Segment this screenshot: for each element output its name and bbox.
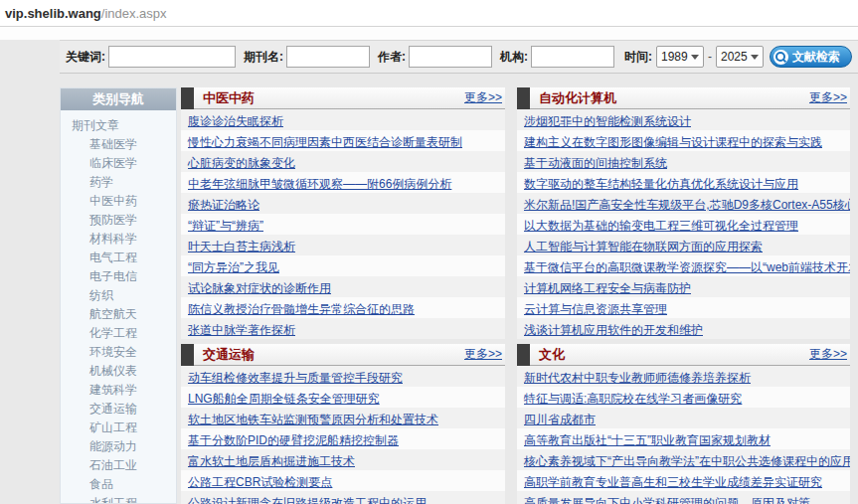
sidebar-item[interactable]: 建筑科学 (61, 381, 176, 400)
year-to-select[interactable]: 2025 (716, 46, 764, 68)
sidebar-item[interactable]: 临床医学 (61, 154, 176, 173)
sidebar-item[interactable]: 电子电信 (61, 267, 176, 286)
article-link[interactable]: 特征与调适:高职院校在线学习者画像研究 (524, 392, 742, 406)
article-link[interactable]: 建构主义在数字图形图像编辑与设计课程中的探索与实践 (524, 135, 822, 149)
sidebar-link[interactable]: 水利工程 (89, 496, 137, 504)
article-link[interactable]: 中老年弦细脉甲皱微循环观察——附66例病例分析 (188, 177, 451, 191)
article-link[interactable]: 数字驱动的整车结构轻量化仿真优化系统设计与应用 (524, 177, 798, 191)
article-link[interactable]: 腹诊诊治失眠探析 (188, 114, 283, 128)
article-list-item: 计算机网络工程安全与病毒防护 (517, 276, 850, 297)
article-link[interactable]: 叶天士白苔主病浅析 (188, 240, 295, 253)
search-field-input[interactable] (286, 46, 370, 68)
article-link[interactable]: 计算机网络工程安全与病毒防护 (524, 281, 691, 295)
article-list-item: 基于微信平台的高职微课教学资源探究——以“web前端技术开发”为例 (517, 255, 850, 276)
sidebar-link[interactable]: 临床医学 (89, 156, 137, 170)
article-link[interactable]: 基于微信平台的高职微课教学资源探究——以“web前端技术开发”为例 (524, 260, 850, 274)
sidebar-item[interactable]: 石油工业 (61, 456, 176, 475)
sidebar-link[interactable]: 中医中药 (89, 194, 137, 208)
article-link[interactable]: 云计算与信息资源共享管理 (524, 302, 667, 316)
sidebar-item[interactable]: 水利工程 (61, 494, 176, 504)
article-link[interactable]: 基于分数阶PID的硬臂挖泥船精挖控制器 (188, 433, 399, 447)
article-link[interactable]: 核心素养视域下“产出导向教学法”在中职公共选修课程中的应用研究— (524, 454, 850, 468)
article-link[interactable]: 基于动液面的间抽控制系统 (524, 156, 667, 170)
article-list-item: 浅谈计算机应用软件的开发和维护 (517, 318, 850, 339)
sidebar-item-journal-articles[interactable]: 期刊文章 (61, 116, 176, 135)
sidebar-link[interactable]: 预防医学 (89, 213, 137, 227)
article-list-item: “同方异治”之我见 (181, 255, 505, 276)
browser-url-bar[interactable]: vip.shelib.wang/index.aspx (0, 0, 858, 27)
article-list: 动车组检修效率提升与质量管控手段研究LNG船舶全周期全链条安全管理研究软土地区地… (181, 366, 505, 504)
article-link[interactable]: 高等教育出版社“十三五”职业教育国家规划教材 (524, 433, 771, 447)
sidebar-item[interactable]: 电气工程 (61, 249, 176, 267)
sidebar-item[interactable]: 能源动力 (61, 437, 176, 456)
sidebar-item[interactable]: 基础医学 (61, 135, 176, 154)
article-link[interactable]: 富水软土地层盾构掘进施工技术 (188, 454, 355, 468)
year-from-select[interactable]: 1989 (656, 46, 704, 68)
sidebar-link[interactable]: 机械仪表 (89, 364, 137, 378)
article-list-item: 陈信义教授治疗骨髓增生异常综合征的思路 (181, 297, 505, 318)
article-link[interactable]: 慢性心力衰竭不同病理因素中西医结合诊断量表研制 (188, 135, 462, 149)
sidebar-link[interactable]: 电气工程 (89, 251, 137, 264)
sidebar-item[interactable]: 材料科学 (61, 230, 176, 249)
article-link[interactable]: “同方异治”之我见 (188, 260, 279, 274)
sidebar-item[interactable]: 纺织 (61, 286, 176, 305)
more-link[interactable]: 更多>> (464, 346, 502, 363)
more-link[interactable]: 更多>> (809, 346, 847, 363)
sidebar-item[interactable]: 航空航天 (61, 305, 176, 324)
article-list-item: 叶天士白苔主病浅析 (181, 235, 505, 255)
article-link[interactable]: 软土地区地铁车站监测预警原因分析和处置技术 (188, 413, 438, 426)
article-link[interactable]: “辩证”与“辨病” (188, 219, 263, 233)
sidebar-link[interactable]: 电子电信 (89, 269, 137, 283)
article-link[interactable]: 以大数据为基础的输变电工程三维可视化全过程管理 (524, 219, 798, 233)
article-link[interactable]: 陈信义教授治疗骨髓增生异常综合征的思路 (188, 302, 415, 316)
article-link[interactable]: 试论脉象对症状的诊断作用 (188, 281, 331, 295)
article-link[interactable]: 米尔新品!国产高安全性车规级平台,芯驰D9多核Cortex-A55核心板 (524, 198, 850, 212)
article-link[interactable]: 瘀热证治略论 (188, 198, 259, 212)
sidebar-item[interactable]: 预防医学 (61, 211, 176, 230)
article-link[interactable]: 四川省成都市 (524, 413, 596, 426)
sidebar-link[interactable]: 化学工程 (89, 326, 137, 340)
sidebar-link[interactable]: 建筑科学 (89, 383, 137, 397)
article-link[interactable]: LNG船舶全周期全链条安全管理研究 (188, 392, 380, 406)
sidebar-link[interactable]: 药学 (89, 175, 113, 189)
more-link[interactable]: 更多>> (464, 89, 502, 106)
sidebar-link[interactable]: 期刊文章 (72, 118, 119, 132)
sidebar-item[interactable]: 化学工程 (61, 324, 176, 343)
sidebar-link[interactable]: 航空航天 (89, 307, 137, 321)
article-link[interactable]: 公路工程CBR试验检测要点 (188, 475, 332, 489)
sidebar-item[interactable]: 中医中药 (61, 192, 176, 211)
sidebar-item[interactable]: 环境安全 (61, 343, 176, 362)
article-link[interactable]: 动车组检修效率提升与质量管控手段研究 (188, 371, 403, 385)
article-link[interactable]: 浅谈计算机应用软件的开发和维护 (524, 323, 703, 337)
article-link[interactable]: 新时代农村中职专业教师师德修养培养探析 (524, 371, 751, 385)
sidebar-link[interactable]: 矿山工程 (89, 420, 137, 434)
sidebar-link[interactable]: 环境安全 (89, 345, 137, 359)
article-link[interactable]: 公路设计新理念在旧路提级改造工程中的运用 (188, 496, 427, 504)
sidebar-item[interactable]: 食品 (61, 475, 176, 494)
sidebar-item[interactable]: 矿山工程 (61, 419, 176, 437)
search-button[interactable]: 文献检索 (770, 46, 852, 68)
panel-title: 文化 (539, 346, 565, 364)
sidebar-link[interactable]: 材料科学 (89, 232, 137, 246)
search-field-input[interactable] (108, 46, 236, 68)
article-link[interactable]: 涉烟犯罪中的智能检测系统设计 (524, 114, 691, 128)
search-field-input[interactable] (531, 46, 614, 68)
sidebar-link[interactable]: 食品 (89, 477, 113, 491)
article-link[interactable]: 心脏病变的脉象变化 (188, 156, 295, 170)
url-host: vip.shelib.wang (5, 6, 101, 21)
article-link[interactable]: 高质量发展导向下中小学科研管理的问题、原因及对策 (524, 496, 810, 504)
sidebar-item[interactable]: 交通运输 (61, 400, 176, 419)
sidebar-link[interactable]: 能源动力 (89, 439, 137, 453)
sidebar-link[interactable]: 基础医学 (89, 137, 137, 151)
sidebar-link[interactable]: 纺织 (89, 288, 113, 302)
search-field-label: 期刊名: (244, 49, 283, 66)
sidebar-link[interactable]: 石油工业 (89, 458, 137, 472)
article-link[interactable]: 人工智能与计算智能在物联网方面的应用探索 (524, 240, 763, 253)
more-link[interactable]: 更多>> (809, 89, 847, 106)
sidebar-link[interactable]: 交通运输 (89, 402, 137, 416)
article-link[interactable]: 高职学前教育专业普高生和三校生学业成绩差异实证研究 (524, 475, 822, 489)
search-field-input[interactable] (409, 46, 492, 68)
sidebar-item[interactable]: 药学 (61, 173, 176, 192)
sidebar-item[interactable]: 机械仪表 (61, 362, 176, 381)
article-link[interactable]: 张道中脉学著作探析 (188, 323, 295, 337)
